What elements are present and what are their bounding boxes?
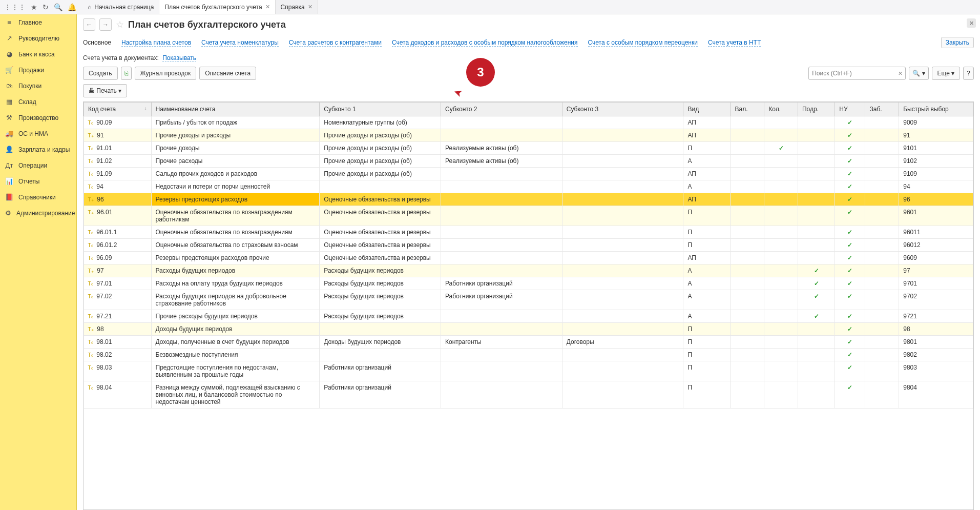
header-link[interactable]: Счета расчетов с контрагентами <box>289 39 382 47</box>
sidebar-label: Покупки <box>18 83 41 90</box>
col-zab[interactable]: Заб. <box>865 103 899 116</box>
search-button[interactable]: 🔍 ▾ <box>909 67 928 80</box>
tab-label: План счетов бухгалтерского учета <box>164 4 262 11</box>
sidebar-item[interactable]: 🛒Продажи <box>0 62 76 78</box>
help-button[interactable]: ? <box>963 67 974 80</box>
table-row[interactable]: Т₀ 97.01Расходы на оплату труда будущих … <box>84 277 973 290</box>
row-icon: Т₀ <box>88 385 93 391</box>
table-row[interactable]: Т₀ 94Недостачи и потери от порчи ценност… <box>84 180 973 193</box>
header-link[interactable]: Счета доходов и расходов с особым порядк… <box>392 39 578 47</box>
col-code[interactable]: Код счета↓ <box>84 103 152 116</box>
col-sub3[interactable]: Субконто 3 <box>562 103 683 116</box>
header-link[interactable]: Счета с особым порядком переоценки <box>588 39 698 47</box>
row-icon: Т₀ <box>88 314 93 319</box>
tab-label: Справка <box>281 4 305 11</box>
close-panel-button[interactable]: ✕ <box>967 18 976 28</box>
table-row[interactable]: Т₀ 97.21Прочие расходы будущих периодовР… <box>84 310 973 323</box>
col-vid[interactable]: Вид <box>683 103 731 116</box>
sidebar-label: Банк и касса <box>18 51 55 58</box>
sidebar-item[interactable]: ⚙Администрирование <box>0 205 76 221</box>
top-bar: ⋮⋮⋮ ★ ↻ 🔍 🔔 ⌂Начальная страницаПлан счет… <box>0 0 980 14</box>
table-row[interactable]: Т₀ 96.01.2Оценочные обязательства по стр… <box>84 239 973 252</box>
more-button[interactable]: Еще ▾ <box>932 67 961 80</box>
sidebar-item[interactable]: ≡Главное <box>0 14 76 30</box>
clear-search-icon[interactable]: ✕ <box>898 70 903 77</box>
tab[interactable]: Справка✕ <box>276 0 318 14</box>
table-row[interactable]: Т₀ 98.04Разница между суммой, подлежащей… <box>84 381 973 409</box>
header-link[interactable]: Счета учета номенклатуры <box>201 39 279 47</box>
sidebar-item[interactable]: ↗Руководителю <box>0 30 76 46</box>
col-val[interactable]: Вал. <box>731 103 764 116</box>
col-nu[interactable]: НУ <box>835 103 865 116</box>
table-row[interactable]: Т₀ 91.02Прочие расходыПрочие доходы и ра… <box>84 155 973 168</box>
sidebar-icon: ⚙ <box>5 209 11 217</box>
tab[interactable]: ⌂Начальная страница <box>82 0 159 14</box>
sidebar-icon: ≡ <box>5 18 13 26</box>
row-icon: Т₀ <box>88 294 93 299</box>
close-tab-icon[interactable]: ✕ <box>265 4 270 10</box>
sidebar-label: Продажи <box>18 67 44 74</box>
table-row[interactable]: Т₀ 98.02Безвозмездные поступленияП✓9802 <box>84 349 973 361</box>
sidebar-icon: ↗ <box>5 34 13 42</box>
row-icon: Т₀ <box>88 255 93 261</box>
table-row[interactable]: Т₀ 97.02Расходы будущих периодов на добр… <box>84 290 973 310</box>
table-row[interactable]: Т₊ 97Расходы будущих периодовРасходы буд… <box>84 264 973 277</box>
search-icon[interactable]: 🔍 <box>54 3 62 11</box>
sidebar-label: Руководителю <box>18 35 59 42</box>
row-icon: Т₀ <box>88 184 93 190</box>
history-icon[interactable]: ↻ <box>43 3 49 11</box>
col-sub2[interactable]: Субконто 2 <box>441 103 562 116</box>
table-row[interactable]: Т₀ 90.09Прибыль / убыток от продажНоменк… <box>84 116 973 129</box>
search-input[interactable] <box>808 67 906 80</box>
col-name[interactable]: Наименование счета <box>151 103 320 116</box>
sidebar-label: Склад <box>18 98 36 106</box>
favorite-icon[interactable]: ☆ <box>116 19 124 30</box>
back-button[interactable]: ← <box>83 18 95 31</box>
header-link[interactable]: Счета учета в НТТ <box>708 39 761 47</box>
close-link[interactable]: Закрыть <box>941 37 974 48</box>
col-sub1[interactable]: Субконто 1 <box>320 103 441 116</box>
journal-button[interactable]: Журнал проводок <box>135 67 197 80</box>
header-link[interactable]: Настройка плана счетов <box>121 39 191 47</box>
row-icon: Т₊ <box>88 268 94 274</box>
table-row[interactable]: Т₊ 98Доходы будущих периодовП✓98 <box>84 323 973 336</box>
header-link[interactable]: Основное <box>83 39 111 46</box>
sidebar-item[interactable]: 🚚ОС и НМА <box>0 126 76 141</box>
print-button[interactable]: 🖶 Печать ▾ <box>83 84 127 97</box>
table-row[interactable]: Т₊ 91Прочие доходы и расходыПрочие доход… <box>84 129 973 142</box>
sidebar-item[interactable]: 📕Справочники <box>0 189 76 205</box>
table-row[interactable]: Т₀ 91.01Прочие доходыПрочие доходы и рас… <box>84 142 973 155</box>
description-button[interactable]: Описание счета <box>199 67 256 80</box>
sidebar: ≡Главное↗Руководителю◕Банк и касса🛒Прода… <box>0 14 77 510</box>
table-row[interactable]: Т₊ 96.01Оценочные обязательства по возна… <box>84 206 973 226</box>
accounts-table[interactable]: Код счета↓ Наименование счета Субконто 1… <box>84 102 973 409</box>
table-row[interactable]: Т₀ 96.09Резервы предстоящих расходов про… <box>84 252 973 264</box>
tab[interactable]: План счетов бухгалтерского учета✕ <box>159 0 275 14</box>
table-row[interactable]: Т₊ 96Резервы предстоящих расходовОценочн… <box>84 193 973 206</box>
sidebar-item[interactable]: ◕Банк и касса <box>0 46 76 62</box>
table-row[interactable]: Т₀ 91.09Сальдо прочих доходов и расходов… <box>84 168 973 180</box>
bell-icon[interactable]: 🔔 <box>68 3 76 11</box>
table-row[interactable]: Т₀ 98.01Доходы, полученные в счет будущи… <box>84 336 973 349</box>
show-link[interactable]: Показывать <box>162 54 196 62</box>
col-fast[interactable]: Быстрый выбор <box>899 103 973 116</box>
sidebar-item[interactable]: ▦Склад <box>0 94 76 110</box>
sidebar-item[interactable]: 🛍Покупки <box>0 78 76 94</box>
apps-icon[interactable]: ⋮⋮⋮ <box>4 3 26 11</box>
sidebar-item[interactable]: 👤Зарплата и кадры <box>0 141 76 157</box>
row-icon: Т₊ <box>88 327 94 332</box>
tab-label: Начальная страница <box>94 4 154 11</box>
sidebar-item[interactable]: 📊Отчеты <box>0 173 76 189</box>
table-row[interactable]: Т₀ 96.01.1Оценочные обязательства по воз… <box>84 226 973 239</box>
sidebar-item[interactable]: ДтОперации <box>0 157 76 173</box>
home-icon: ⌂ <box>88 4 91 11</box>
star-icon[interactable]: ★ <box>31 3 37 11</box>
close-tab-icon[interactable]: ✕ <box>308 4 312 10</box>
forward-button[interactable]: → <box>99 18 112 31</box>
col-pod[interactable]: Подр. <box>798 103 835 116</box>
col-kol[interactable]: Кол. <box>764 103 798 116</box>
copy-button[interactable]: ⎘ <box>121 67 132 80</box>
sidebar-item[interactable]: ⚒Производство <box>0 110 76 126</box>
create-button[interactable]: Создать <box>83 67 118 80</box>
table-row[interactable]: Т₀ 98.03Предстоящие поступления по недос… <box>84 361 973 381</box>
